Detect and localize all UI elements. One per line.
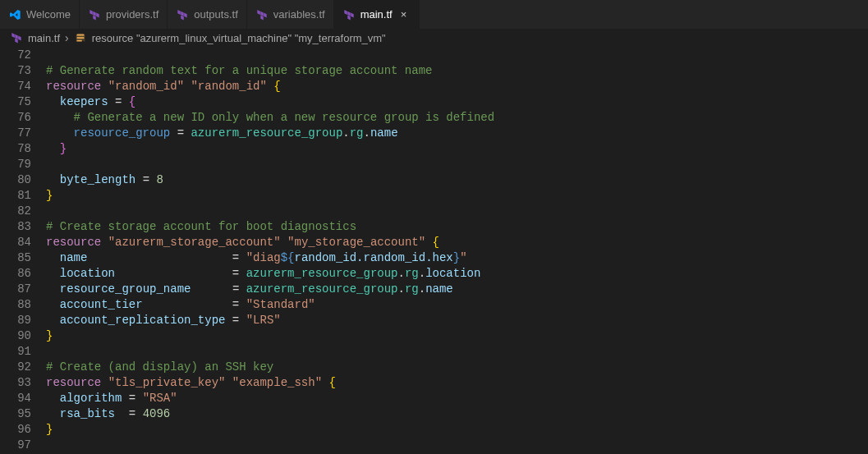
code-token: resource bbox=[46, 80, 101, 93]
code-token: location bbox=[60, 267, 115, 280]
code-token bbox=[239, 314, 246, 327]
code-token: = bbox=[129, 392, 135, 405]
code-token: 4096 bbox=[143, 407, 171, 420]
code-token: "example_ssh" bbox=[232, 376, 322, 389]
symbol-icon bbox=[74, 31, 87, 44]
code-line[interactable]: byte_length = 8 bbox=[46, 172, 868, 188]
code-line[interactable] bbox=[46, 48, 868, 63]
line-number: 80 bbox=[0, 172, 31, 188]
code-line[interactable]: rsa_bits = 4096 bbox=[46, 406, 868, 422]
code-line[interactable]: # Create (and display) an SSH key bbox=[46, 360, 868, 375]
code-token: { bbox=[328, 376, 335, 389]
breadcrumb[interactable]: main.tf › resource "azurerm_linux_virtua… bbox=[0, 29, 868, 47]
tab-providers-tf[interactable]: providers.tf bbox=[80, 0, 168, 29]
code-token: name bbox=[370, 126, 398, 140]
tab-variables-tf[interactable]: variables.tf bbox=[247, 0, 334, 29]
code-line[interactable]: } bbox=[46, 328, 868, 344]
code-token bbox=[239, 282, 246, 296]
code-token: "random_id" bbox=[191, 80, 266, 93]
code-token bbox=[135, 173, 142, 186]
code-line[interactable]: } bbox=[46, 188, 868, 204]
code-token: " bbox=[460, 251, 466, 264]
code-token: . bbox=[419, 282, 425, 296]
close-icon[interactable]: × bbox=[397, 8, 411, 21]
svg-marker-6 bbox=[178, 9, 181, 14]
code-token bbox=[46, 392, 60, 405]
tab-outputs-tf[interactable]: outputs.tf bbox=[168, 0, 246, 29]
code-token bbox=[122, 95, 128, 108]
code-token bbox=[239, 298, 246, 311]
code-line[interactable]: } bbox=[46, 141, 868, 157]
tab-main-tf[interactable]: main.tf× bbox=[334, 0, 420, 29]
code-line[interactable]: account_tier = "Standard" bbox=[46, 297, 868, 313]
line-number: 75 bbox=[0, 94, 31, 110]
code-token: } bbox=[453, 251, 460, 264]
line-number: 74 bbox=[0, 79, 31, 94]
code-token: . bbox=[364, 126, 370, 140]
svg-marker-18 bbox=[11, 33, 15, 38]
terraform-icon bbox=[10, 31, 23, 44]
tab-Welcome[interactable]: Welcome bbox=[0, 0, 80, 29]
code-token bbox=[191, 282, 232, 296]
code-line[interactable]: name = "diag${random_id.random_id.hex}" bbox=[46, 250, 868, 266]
code-line[interactable]: } bbox=[46, 422, 868, 438]
code-line[interactable]: resource "azurerm_storage_account" "my_s… bbox=[46, 235, 868, 250]
code-line[interactable]: # Generate a new ID only when a new reso… bbox=[46, 110, 868, 126]
code-token: # Create (and display) an SSH key bbox=[46, 360, 273, 374]
code-token bbox=[46, 407, 60, 420]
code-token bbox=[115, 267, 232, 280]
code-token bbox=[87, 251, 232, 264]
code-token: rg bbox=[405, 282, 419, 296]
code-line[interactable] bbox=[46, 157, 868, 172]
code-line[interactable]: resource "random_id" "random_id" { bbox=[46, 79, 868, 94]
breadcrumb-symbol[interactable]: resource "azurerm_linux_virtual_machine"… bbox=[92, 32, 386, 44]
svg-marker-10 bbox=[257, 9, 260, 14]
code-token: { bbox=[129, 95, 135, 108]
code-token: = bbox=[232, 314, 239, 327]
breadcrumb-file[interactable]: main.tf bbox=[28, 32, 60, 44]
code-token: . bbox=[398, 267, 405, 280]
code-token: name bbox=[60, 251, 88, 264]
code-line[interactable]: algorithm = "RSA" bbox=[46, 391, 868, 406]
line-number: 79 bbox=[0, 157, 31, 172]
code-line[interactable] bbox=[46, 344, 868, 360]
svg-marker-1 bbox=[96, 12, 99, 17]
code-token bbox=[101, 236, 108, 249]
code-token: # Generate random text for a unique stor… bbox=[46, 64, 432, 77]
terraform-icon bbox=[255, 8, 269, 21]
code-line[interactable]: location = azurerm_resource_group.rg.loc… bbox=[46, 266, 868, 282]
code-token bbox=[239, 251, 246, 264]
code-line[interactable] bbox=[46, 438, 868, 453]
code-token: resource bbox=[46, 236, 101, 249]
tab-label: Welcome bbox=[26, 8, 71, 21]
code-token bbox=[46, 251, 60, 264]
code-line[interactable]: keepers = { bbox=[46, 94, 868, 110]
code-token: resource_group_name bbox=[60, 282, 191, 296]
line-number: 95 bbox=[0, 406, 31, 422]
code-token: = bbox=[129, 407, 135, 420]
terraform-icon bbox=[342, 8, 356, 21]
code-line[interactable]: # Create storage account for boot diagno… bbox=[46, 219, 868, 235]
code-line[interactable]: account_replication_type = "LRS" bbox=[46, 313, 868, 328]
code-content[interactable]: # Generate random text for a unique stor… bbox=[46, 47, 868, 454]
code-token: rsa_bits bbox=[60, 407, 115, 420]
tab-label: providers.tf bbox=[106, 8, 158, 21]
code-token: rg bbox=[405, 267, 419, 280]
code-editor[interactable]: 7273747576777879808182838485868788899091… bbox=[0, 47, 868, 454]
code-token bbox=[281, 236, 287, 249]
line-number: 89 bbox=[0, 313, 31, 328]
code-token: 8 bbox=[156, 173, 163, 186]
line-number: 82 bbox=[0, 204, 31, 219]
code-line[interactable] bbox=[46, 204, 868, 219]
code-line[interactable]: resource_group_name = azurerm_resource_g… bbox=[46, 282, 868, 297]
code-line[interactable]: resource_group = azurerm_resource_group.… bbox=[46, 126, 868, 141]
code-line[interactable]: resource "tls_private_key" "example_ssh"… bbox=[46, 375, 868, 391]
code-token: azurerm_resource_group bbox=[191, 126, 342, 140]
code-token bbox=[143, 298, 232, 311]
code-token bbox=[46, 314, 60, 327]
code-line[interactable]: # Generate random text for a unique stor… bbox=[46, 63, 868, 79]
code-token: . bbox=[342, 126, 349, 140]
code-token: "tls_private_key" bbox=[108, 376, 226, 389]
code-token: . bbox=[398, 282, 405, 296]
code-token bbox=[46, 95, 60, 108]
